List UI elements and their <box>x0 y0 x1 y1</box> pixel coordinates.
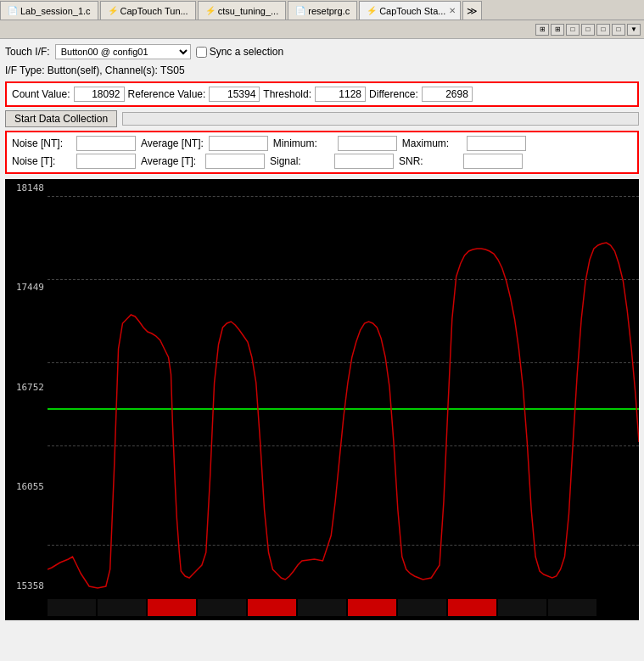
chart-area: 18148 17449 16752 16055 15358 <box>5 179 639 620</box>
tab-bar: 📄 Lab_session_1.c ⚡ CapTouch Tun... ⚡ ct… <box>0 0 644 20</box>
win-btn-7[interactable]: ▼ <box>627 24 641 36</box>
noise-row-1: Noise [NT]: Average [NT]: Minimum: Maxim… <box>12 136 632 151</box>
bottom-segment-9 <box>448 599 496 616</box>
tab-icon-captouch-sta: ⚡ <box>367 6 377 15</box>
bottom-segment-11 <box>548 599 596 616</box>
tab-icon-ctsu: ⚡ <box>205 6 216 15</box>
chart-svg <box>48 179 639 595</box>
main-content: Touch I/F: Button00 @ config01 Sync a se… <box>0 39 644 625</box>
tab-lab-session[interactable]: 📄 Lab_session_1.c <box>0 1 98 20</box>
average-t-field <box>205 154 265 169</box>
noise-nt-field <box>76 136 136 151</box>
button-row: Start Data Collection <box>5 110 639 127</box>
bottom-segment-5 <box>248 599 296 616</box>
win-btn-2[interactable]: ⊞ <box>551 24 564 36</box>
bottom-segment-3 <box>148 599 196 616</box>
bottom-segment-6 <box>298 599 346 616</box>
noise-t-label: Noise [T]: <box>12 155 71 167</box>
chart-bottom-bar <box>5 595 639 620</box>
y-axis: 18148 17449 16752 16055 15358 <box>5 179 48 595</box>
chart-waveform <box>48 243 639 588</box>
chart-inner: 18148 17449 16752 16055 15358 <box>5 179 639 595</box>
tab-close-icon[interactable]: ✕ <box>449 6 456 15</box>
bottom-segment-1 <box>48 599 96 616</box>
window-controls-bar: ⊞ ⊞ □ □ □ □ ▼ <box>0 20 644 39</box>
tab-icon-lab: 📄 <box>8 6 18 15</box>
threshold-label: Threshold: <box>263 88 311 100</box>
bottom-segment-7 <box>348 599 396 616</box>
reference-value-field: 15394 <box>209 87 260 102</box>
data-fields-panel: Count Value: 18092 Reference Value: 1539… <box>5 81 639 107</box>
count-value-field: 18092 <box>74 87 125 102</box>
minimum-label: Minimum: <box>273 137 333 149</box>
snr-field <box>463 154 523 169</box>
sync-selection-row: Sync a selection <box>196 46 283 58</box>
noise-row-2: Noise [T]: Average [T]: Signal: SNR: <box>12 154 632 169</box>
bottom-segment-2 <box>98 599 146 616</box>
count-value-label: Count Value: <box>12 88 70 100</box>
sync-label: Sync a selection <box>210 46 283 58</box>
average-nt-field <box>209 136 268 151</box>
tab-overflow-button[interactable]: ≫ <box>462 1 482 20</box>
win-btn-6[interactable]: □ <box>612 24 625 36</box>
bottom-segment-8 <box>398 599 446 616</box>
maximum-label: Maximum: <box>402 137 462 149</box>
sync-checkbox[interactable] <box>196 47 207 58</box>
tab-ctsu[interactable]: ⚡ ctsu_tuning_... <box>198 1 287 20</box>
signal-field <box>334 154 394 169</box>
start-data-collection-button[interactable]: Start Data Collection <box>5 110 117 127</box>
difference-label: Difference: <box>369 88 418 100</box>
y-label-2: 17449 <box>5 282 48 293</box>
touch-if-label: Touch I/F: <box>5 46 50 58</box>
win-btn-5[interactable]: □ <box>596 24 610 36</box>
y-label-4: 16055 <box>5 481 48 492</box>
progress-bar <box>122 112 639 126</box>
threshold-field: 1128 <box>315 87 366 102</box>
reference-value-label: Reference Value: <box>128 88 206 100</box>
if-type-text: I/F Type: Button(self), Channel(s): TS05 <box>5 64 185 76</box>
average-nt-label: Average [NT]: <box>141 137 204 149</box>
touch-if-row: Touch I/F: Button00 @ config01 Sync a se… <box>5 44 639 59</box>
tab-resetprg[interactable]: 📄 resetprg.c <box>288 1 357 20</box>
minimum-field <box>338 136 397 151</box>
win-btn-1[interactable]: ⊞ <box>535 24 549 36</box>
y-label-3: 16752 <box>5 382 48 393</box>
win-btn-4[interactable]: □ <box>581 24 595 36</box>
tab-captouch-sta[interactable]: ⚡ CapTouch Sta... ✕ <box>359 1 461 20</box>
y-label-1: 18148 <box>5 182 48 193</box>
average-t-label: Average [T]: <box>141 155 200 167</box>
tab-captouch-tun[interactable]: ⚡ CapTouch Tun... <box>100 1 196 20</box>
noise-panel: Noise [NT]: Average [NT]: Minimum: Maxim… <box>5 131 639 174</box>
signal-label: Signal: <box>270 155 329 167</box>
tab-icon-resetprg: 📄 <box>295 6 305 15</box>
maximum-field <box>467 136 526 151</box>
win-btn-3[interactable]: □ <box>566 24 580 36</box>
bottom-segment-4 <box>198 599 246 616</box>
touch-if-select[interactable]: Button00 @ config01 <box>55 44 191 59</box>
if-type-row: I/F Type: Button(self), Channel(s): TS05 <box>5 63 639 78</box>
data-row-main: Count Value: 18092 Reference Value: 1539… <box>12 87 632 102</box>
snr-label: SNR: <box>399 155 458 167</box>
noise-t-field <box>76 154 136 169</box>
tab-icon-captouch-tun: ⚡ <box>108 6 118 15</box>
y-label-5: 15358 <box>5 580 48 591</box>
bottom-segment-10 <box>498 599 546 616</box>
noise-nt-label: Noise [NT]: <box>12 137 71 149</box>
difference-field: 2698 <box>422 87 473 102</box>
